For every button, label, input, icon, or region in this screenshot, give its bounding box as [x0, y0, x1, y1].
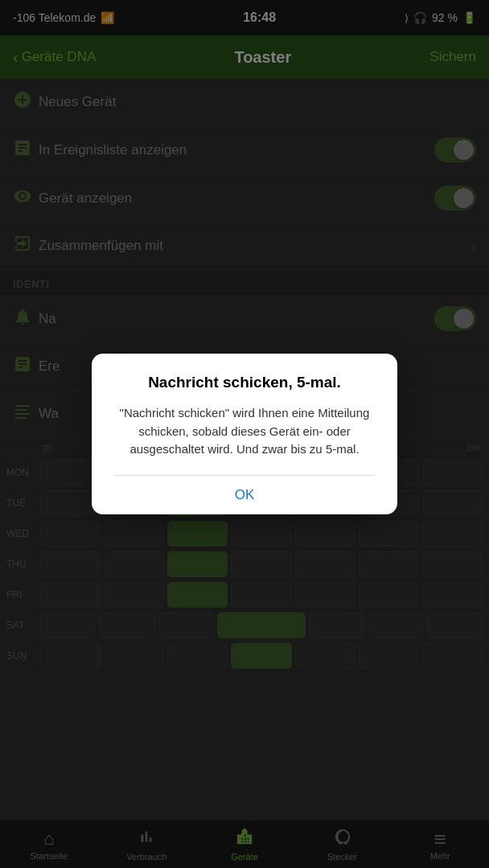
modal-actions: OK [114, 476, 375, 514]
modal-title: Nachricht schicken, 5-mal. [114, 373, 375, 393]
modal-overlay: Nachricht schicken, 5-mal. "Nachricht sc… [0, 0, 489, 868]
modal-dialog: Nachricht schicken, 5-mal. "Nachricht sc… [92, 354, 397, 514]
modal-body: "Nachricht schicken" wird Ihnen eine Mit… [114, 404, 375, 459]
modal-ok-button[interactable]: OK [114, 476, 375, 514]
